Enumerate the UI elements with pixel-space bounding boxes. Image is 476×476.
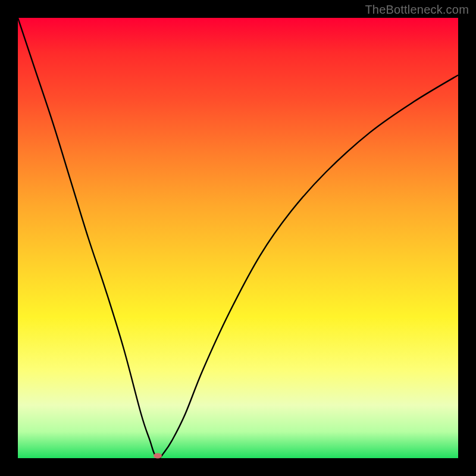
plot-area <box>18 18 458 458</box>
chart-frame: TheBottleneck.com <box>0 0 476 476</box>
valley-marker <box>154 453 162 459</box>
source-attribution: TheBottleneck.com <box>365 3 469 17</box>
bottleneck-curve <box>18 18 458 458</box>
